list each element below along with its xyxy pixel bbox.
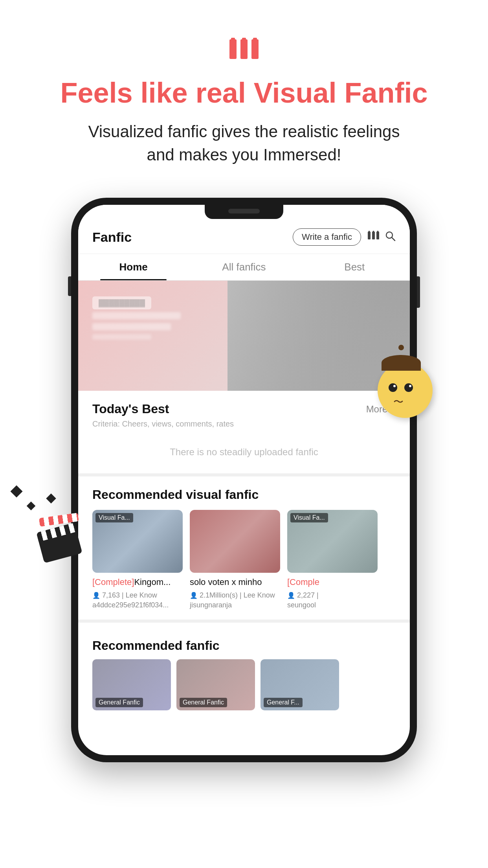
fanfic-list-scroll: General Fanfic General Fanfic General F.…: [78, 659, 410, 722]
todays-best-title: Today's Best: [92, 402, 169, 416]
svg-rect-4: [251, 39, 259, 59]
phone-notch: [205, 205, 283, 219]
fanfic-card-2[interactable]: solo voten x minho 👤 2.1Million(s) | Lee…: [190, 510, 280, 610]
svg-rect-5: [253, 38, 257, 41]
app-title: Fanfic: [92, 230, 293, 245]
todays-best-criteria: Criteria: Cheers, views, comments, rates: [78, 419, 410, 435]
divider-2: [78, 620, 410, 623]
fanfic-meta-3: 👤 2,227 | seungool: [287, 590, 378, 610]
recommended-visual-section: Recommended visual fanfic Visual Fa... […: [78, 476, 410, 610]
mascot: 〜: [378, 363, 440, 426]
svg-rect-10: [376, 232, 379, 239]
fanfic-title-1: [Complete]Kingom...: [92, 577, 183, 588]
svg-rect-6: [368, 232, 371, 239]
fanfic-title-2: solo voten x minho: [190, 577, 280, 588]
app-bar-icons: [367, 230, 396, 244]
tab-bar: Home All fanfics Best: [78, 254, 410, 281]
fanfic-list-card-3[interactable]: General F...: [261, 659, 339, 710]
recommended-fanfic-section: Recommended fanfic General Fanfic Genera…: [78, 631, 410, 722]
write-fanfic-button[interactable]: Write a fanfic: [293, 228, 361, 246]
page-container: Feels like real Visual Fanfic Visualized…: [0, 0, 488, 868]
recommended-fanfic-title: Recommended fanfic: [78, 631, 410, 659]
svg-rect-9: [373, 231, 374, 232]
general-badge-3: General F...: [264, 698, 303, 707]
visual-badge-1: Visual Fa...: [95, 513, 133, 522]
svg-rect-7: [369, 231, 370, 232]
svg-rect-8: [372, 232, 375, 239]
fanfic-thumb-2: [190, 510, 280, 573]
recommended-visual-title: Recommended visual fanfic: [78, 487, 410, 510]
tab-best[interactable]: Best: [299, 254, 410, 280]
header-section: Feels like real Visual Fanfic Visualized…: [37, 35, 451, 166]
fanfic-list-card-1[interactable]: General Fanfic: [92, 659, 171, 710]
fanfic-list-thumb-2: General Fanfic: [176, 659, 255, 710]
clapperboard: [40, 519, 95, 566]
divider-1: [78, 473, 410, 476]
svg-rect-2: [240, 39, 248, 59]
fanfic-list-card-2[interactable]: General Fanfic: [176, 659, 255, 710]
svg-rect-0: [229, 39, 237, 59]
subheadline: Visualized fanfic gives the realistic fe…: [57, 120, 431, 167]
fanfic-list-thumb-3: General F...: [261, 659, 339, 710]
phone-wrapper: 〜 Fan: [71, 198, 417, 762]
banner-text: ▓▓▓▓▓▓▓▓▓: [92, 296, 151, 309]
fanfic-list-thumb-1: General Fanfic: [92, 659, 171, 710]
general-badge-1: General Fanfic: [95, 698, 143, 707]
fanfic-title-3: [Comple: [287, 577, 378, 588]
fanfic-thumb-3: Visual Fa...: [287, 510, 378, 573]
svg-rect-1: [231, 38, 235, 41]
search-icon[interactable]: [385, 230, 396, 244]
phone-frame: Fanfic Write a fanfic: [71, 198, 417, 762]
fanfic-meta-2: 👤 2.1Million(s) | Lee Know jisungnaranja: [190, 590, 280, 610]
visual-badge-3: Visual Fa...: [290, 513, 328, 522]
tab-home[interactable]: Home: [78, 254, 189, 280]
banner: ▓▓▓▓▓▓▓▓▓: [78, 281, 410, 391]
empty-notice: There is no steadily uploaded fanfic: [78, 435, 410, 473]
fanfic-thumb-1: Visual Fa...: [92, 510, 183, 573]
svg-rect-11: [377, 231, 378, 232]
bookshelf-icon[interactable]: [367, 230, 379, 244]
books-icon: [226, 35, 262, 69]
headline: Feels like real Visual Fanfic: [37, 77, 451, 109]
phone-screen: Fanfic Write a fanfic: [78, 205, 410, 755]
fanfic-scroll: Visual Fa... [Complete]Kingom... 👤 7,163…: [78, 510, 410, 610]
svg-rect-3: [242, 38, 246, 41]
todays-best-header: Today's Best More >: [78, 391, 410, 419]
fanfic-card-1[interactable]: Visual Fa... [Complete]Kingom... 👤 7,163…: [92, 510, 183, 610]
tab-all-fanfics[interactable]: All fanfics: [189, 254, 299, 280]
fanfic-card-3[interactable]: Visual Fa... [Comple 👤 2,227 | seungool: [287, 510, 378, 610]
fanfic-meta-1: 👤 7,163 | Lee Know a4ddce295e921f6f034..…: [92, 590, 183, 610]
general-badge-2: General Fanfic: [180, 698, 227, 707]
svg-line-13: [392, 237, 395, 241]
